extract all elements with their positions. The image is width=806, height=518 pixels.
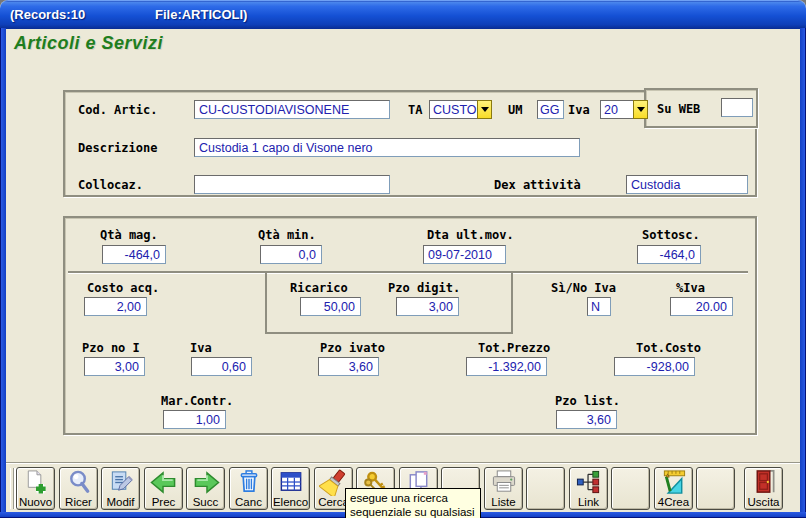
arrow-left-icon	[149, 469, 179, 496]
toolbar-gripper[interactable]	[10, 468, 14, 509]
dex-attivita-input[interactable]	[626, 175, 748, 194]
tooltip: esegue una ricerca sequenziale su qualsi…	[345, 488, 481, 518]
tot-costo-label: Tot.Costo	[636, 341, 701, 355]
pzo-ivato-label: Pzo ivato	[320, 341, 385, 355]
dta-ult-mov-label: Dta ult.mov.	[427, 228, 514, 242]
toolbar-button-empty-2[interactable]	[526, 467, 565, 510]
toolbar-button-empty-4[interactable]	[696, 467, 735, 510]
su-web-input[interactable]	[721, 98, 753, 117]
costo-acq-label: Costo acq.	[87, 281, 159, 295]
quattro-crea-button[interactable]: 4Crea	[654, 467, 693, 510]
ricarico-label: Ricarico	[290, 281, 348, 295]
prec-button[interactable]: Prec	[144, 467, 183, 510]
cod-artic-input[interactable]	[194, 100, 390, 119]
mar-contr-input[interactable]	[163, 410, 226, 429]
tooltip-line-2: sequenziale su qualsiasi	[350, 505, 476, 518]
si-no-iva-input[interactable]	[587, 297, 611, 316]
tot-costo-input[interactable]	[614, 357, 695, 376]
costo-acq-input[interactable]	[84, 297, 147, 316]
nuovo-button[interactable]: Nuovo	[16, 467, 55, 510]
um-label: UM	[508, 103, 522, 117]
ta-dropdown-arrow-icon[interactable]	[477, 100, 492, 119]
ta-select[interactable]: CUSTO	[429, 100, 492, 119]
descrizione-label: Descrizione	[78, 141, 157, 155]
table-icon	[276, 469, 306, 496]
tot-prezzo-label: Tot.Prezzo	[478, 341, 550, 355]
collocaz-input[interactable]	[194, 175, 390, 194]
canc-button[interactable]: Canc	[229, 467, 268, 510]
liste-button[interactable]: Liste	[484, 467, 523, 510]
tot-prezzo-input[interactable]	[466, 357, 547, 376]
pzo-no-i-label: Pzo no I	[82, 341, 140, 355]
elenco-button[interactable]: Elenco	[271, 467, 310, 510]
dex-attivita-label: Dex attività	[494, 178, 581, 192]
window-border-right	[800, 28, 806, 518]
qta-min-label: Qtà min.	[258, 228, 316, 242]
iva-select[interactable]: 20	[600, 100, 648, 119]
door-icon	[749, 469, 779, 496]
pzo-digit-label: Pzo digit.	[388, 281, 460, 295]
tooltip-line-1: esegue una ricerca	[350, 491, 476, 505]
iva-label: Iva	[568, 103, 590, 117]
orgchart-icon	[574, 469, 604, 496]
pzo-list-label: Pzo list.	[555, 394, 620, 408]
um-input[interactable]	[537, 100, 564, 119]
search-icon	[64, 469, 94, 496]
iva-amount-input[interactable]	[191, 357, 252, 376]
dta-ult-mov-input[interactable]	[423, 245, 506, 264]
qta-min-input[interactable]	[260, 245, 322, 264]
application-window: (Records:10 File:ARTICOLI) Articoli e Se…	[0, 0, 806, 518]
qta-mag-input[interactable]	[102, 245, 166, 264]
toolbar-button-empty-3[interactable]	[611, 467, 650, 510]
mar-contr-label: Mar.Contr.	[161, 394, 233, 408]
su-web-label: Su WEB	[657, 102, 700, 116]
iva-dropdown-arrow-icon[interactable]	[633, 100, 648, 119]
descrizione-input[interactable]	[194, 138, 580, 157]
modif-button[interactable]: Modif	[101, 467, 140, 510]
perc-iva-input[interactable]	[670, 297, 733, 316]
window-border-left	[0, 28, 6, 518]
uscita-button[interactable]: Uscita	[744, 467, 783, 510]
cod-artic-label: Cod. Artic.	[78, 103, 157, 117]
sottosc-label: Sottosc.	[642, 228, 700, 242]
edit-icon	[106, 469, 136, 496]
trash-icon	[234, 469, 264, 496]
si-no-iva-label: Sì/No Iva	[551, 281, 616, 295]
sottosc-input[interactable]	[637, 245, 701, 264]
succ-button[interactable]: Succ	[186, 467, 225, 510]
title-records: (Records:10	[10, 7, 85, 22]
title-file: File:ARTICOLI)	[155, 7, 247, 22]
new-icon	[21, 469, 51, 496]
printer-icon	[489, 469, 519, 496]
iva-amount-label: Iva	[190, 341, 212, 355]
flashlight-icon	[319, 469, 349, 496]
link-button[interactable]: Link	[569, 467, 608, 510]
pzo-digit-input[interactable]	[396, 297, 459, 316]
pzo-list-input[interactable]	[556, 410, 617, 429]
collocaz-label: Collocaz.	[78, 178, 143, 192]
ta-label: TA	[408, 103, 422, 117]
arrow-right-icon	[191, 469, 221, 496]
ricer-button[interactable]: Ricer	[59, 467, 98, 510]
iva-select-value: 20	[600, 100, 633, 119]
perc-iva-label: %Iva	[676, 281, 705, 295]
qta-mag-label: Qtà mag.	[100, 228, 158, 242]
pzo-no-i-input[interactable]	[84, 357, 145, 376]
page-title: Articoli e Servizi	[14, 33, 163, 54]
titlebar[interactable]: (Records:10 File:ARTICOLI)	[0, 0, 806, 29]
ta-select-value: CUSTO	[429, 100, 477, 119]
pzo-ivato-input[interactable]	[318, 357, 379, 376]
ricarico-input[interactable]	[300, 297, 361, 316]
tools-icon	[659, 469, 689, 496]
